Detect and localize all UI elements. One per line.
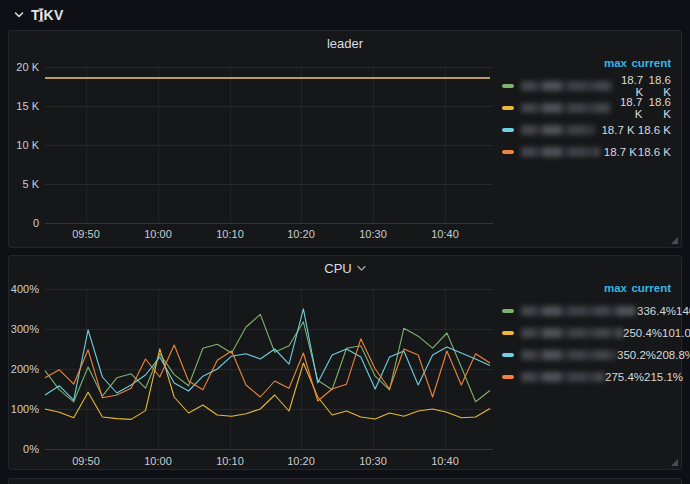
legend-row: 336.4% 146.2% — [502, 304, 671, 318]
legend-max-header[interactable]: max — [579, 57, 627, 71]
legend-header: max current — [502, 282, 671, 296]
legend-max-value: 18.7 K — [595, 124, 635, 136]
series-color-key[interactable] — [502, 150, 514, 154]
row-header-tikv[interactable]: TiKV — [0, 0, 690, 30]
legend-current-value: 18.6 K — [637, 146, 671, 158]
legend-max-value: 350.2% — [617, 349, 656, 361]
series-color-key[interactable] — [502, 106, 514, 110]
leader-chart-area[interactable]: 20 K15 K10 K5 K009:5010:0010:1010:2010:3… — [9, 31, 501, 247]
legend-max-value: 18.7 K — [611, 96, 642, 120]
legend-current-header[interactable]: current — [627, 57, 671, 71]
legend-header: max current — [502, 57, 671, 71]
legend-current-value: 18.6 K — [642, 96, 671, 120]
legend-label-redacted[interactable] — [521, 328, 623, 338]
grafana-dashboard: TiKV leader 20 K15 K10 K5 K009:5010:0010… — [0, 0, 690, 484]
legend-row: 250.4% 101.0% — [502, 326, 671, 340]
series-line-3 — [45, 339, 490, 401]
legend-row: 18.7 K 18.6 K — [502, 145, 671, 159]
series-color-key[interactable] — [502, 309, 514, 313]
legend-row: 18.7 K 18.6 K — [502, 101, 671, 115]
leader-legend: max current 18.7 K 18.6 K 18.7 K 18.6 K — [502, 57, 671, 167]
legend-current-value: 101.0% — [662, 327, 690, 339]
legend-row: 18.7 K 18.6 K — [502, 79, 671, 93]
legend-label-redacted[interactable] — [521, 81, 613, 91]
chevron-down-icon — [14, 11, 24, 19]
panel-resize-handle[interactable] — [671, 237, 678, 244]
legend-row: 350.2% 208.8% — [502, 348, 671, 362]
text-cursor — [37, 8, 45, 22]
series-color-key[interactable] — [502, 128, 514, 132]
panel-cpu: CPU 400%300%200%100%0%09:5010:0010:1010:… — [8, 255, 682, 470]
cpu-chart-area[interactable]: 400%300%200%100%0%09:5010:0010:1010:2010… — [9, 256, 501, 469]
legend-label-redacted[interactable] — [521, 350, 617, 360]
legend-row: 275.4% 215.1% — [502, 370, 671, 384]
series-color-key[interactable] — [502, 84, 514, 88]
legend-max-value: 18.7 K — [600, 146, 637, 158]
legend-current-value: 215.1% — [644, 371, 683, 383]
series-color-key[interactable] — [502, 353, 514, 357]
legend-max-value: 336.4% — [637, 305, 676, 317]
legend-label-redacted[interactable] — [521, 306, 637, 316]
legend-max-value: 18.7 K — [613, 74, 643, 98]
legend-current-value: 146.2% — [676, 305, 690, 317]
series-line-2 — [45, 309, 490, 400]
panel-resize-handle[interactable] — [671, 459, 678, 466]
cpu-legend: max current 336.4% 146.2% 250.4% 101.0% — [502, 282, 671, 392]
chart-series-canvas — [9, 256, 501, 471]
legend-current-value: 208.8% — [656, 349, 690, 361]
next-panel-top-edge — [8, 478, 682, 484]
legend-label-redacted[interactable] — [521, 103, 611, 113]
chart-series-canvas — [9, 31, 501, 249]
legend-max-header[interactable]: max — [579, 282, 627, 296]
series-color-key[interactable] — [502, 375, 514, 379]
legend-label-redacted[interactable] — [521, 125, 595, 135]
legend-max-value: 250.4% — [623, 327, 662, 339]
panel-leader: leader 20 K15 K10 K5 K009:5010:0010:1010… — [8, 30, 682, 248]
series-color-key[interactable] — [502, 331, 514, 335]
row-title: TiKV — [31, 7, 63, 23]
legend-row: 18.7 K 18.6 K — [502, 123, 671, 137]
legend-label-redacted[interactable] — [521, 372, 605, 382]
legend-label-redacted[interactable] — [521, 147, 600, 157]
legend-current-value: 18.6 K — [643, 74, 671, 98]
legend-max-value: 275.4% — [605, 371, 644, 383]
legend-current-header[interactable]: current — [627, 282, 671, 296]
legend-current-value: 18.6 K — [635, 124, 671, 136]
